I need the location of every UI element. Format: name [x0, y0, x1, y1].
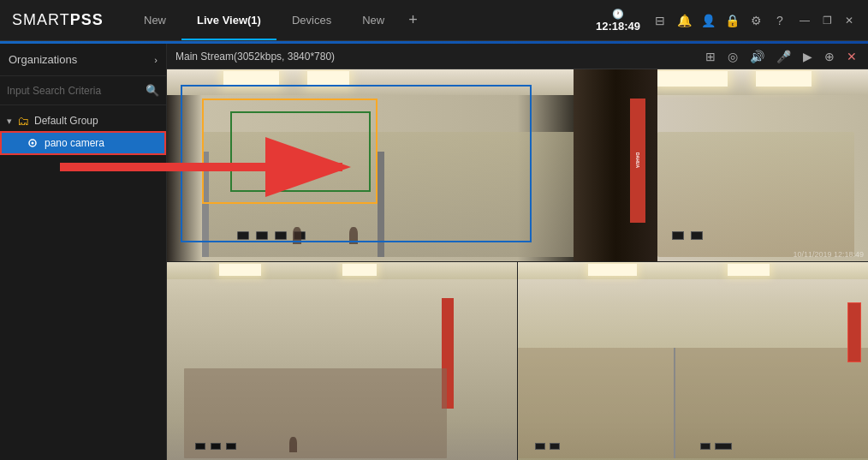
pano-scene: DAHUA 10/11/2019 12:18:49	[167, 69, 868, 261]
organizations-label: Organizations	[9, 53, 77, 66]
bottom-camera-left	[167, 262, 518, 460]
clock-time: 12:18:49	[596, 20, 640, 33]
gear-icon[interactable]: ⚙	[746, 11, 765, 30]
divider-1	[202, 152, 209, 257]
monitor-6	[691, 231, 703, 240]
br-monitors-right	[700, 443, 732, 450]
nav-item-new2[interactable]: New	[347, 0, 400, 40]
search-input[interactable]	[7, 85, 140, 97]
group-expand-icon: ▾	[7, 116, 12, 127]
br-monitor-4	[715, 443, 732, 450]
nav-item-liveview[interactable]: Live View(1)	[181, 0, 276, 40]
stream-controls: ⊞ ◎ 🔊 🎤 ▶ ⊕ ✕	[703, 48, 859, 65]
monitor-icon[interactable]: ⊟	[651, 11, 669, 30]
logo-text-bold: PSS	[70, 11, 104, 29]
bottom-camera-grid	[167, 262, 868, 460]
bl-monitor-2	[211, 443, 221, 450]
add-stream-button[interactable]: ⊕	[822, 48, 837, 65]
clock-icon-row: 🕐	[612, 9, 624, 20]
nav-item-new1[interactable]: New	[128, 0, 181, 40]
ceiling-light-4	[756, 71, 812, 87]
split-view-button[interactable]: ⊞	[703, 48, 718, 65]
nav-item-devices[interactable]: Devices	[276, 0, 347, 40]
br-cubicle-right	[675, 348, 868, 458]
stream-header: Main Stream(3052kbps, 3840*780) ⊞ ◎ 🔊 🎤 …	[167, 44, 868, 69]
navigation-menu: New Live View(1) Devices New +	[128, 0, 596, 40]
lock-icon[interactable]: 🔒	[722, 11, 741, 30]
fisheye-button[interactable]: ◎	[725, 48, 740, 65]
organizations-header[interactable]: Organizations ›	[0, 44, 166, 76]
br-monitor-2	[550, 443, 560, 450]
folder-icon: 🗂	[17, 114, 29, 128]
close-stream-button[interactable]: ✕	[844, 48, 859, 65]
tree-area: ▾ 🗂 Default Group pano camera	[0, 105, 166, 160]
ceiling-light-1	[223, 71, 280, 87]
br-monitor-1	[535, 443, 545, 450]
tree-item-pano-camera[interactable]: pano camera	[0, 131, 166, 155]
dark-section	[574, 69, 657, 261]
app-logo: SMART PSS	[0, 11, 128, 29]
logo-text-light: SMART	[12, 11, 70, 29]
nav-add-button[interactable]: +	[400, 11, 426, 29]
br-monitors-left	[535, 443, 560, 450]
clock-area: 🕐 12:18:49	[596, 9, 640, 33]
br-light-2	[728, 264, 770, 276]
person-silhouette-1	[293, 227, 301, 244]
bottom-scene-left	[167, 262, 517, 460]
br-ceiling	[518, 262, 868, 279]
bl-light-2	[342, 264, 378, 276]
search-bar: 🔍	[0, 76, 166, 105]
desk-monitors-right	[672, 231, 703, 240]
monitor-1	[237, 231, 249, 240]
bottom-camera-right	[518, 262, 868, 460]
bl-monitors	[195, 443, 236, 450]
person-silhouette-2	[349, 227, 358, 244]
monitor-5	[672, 231, 684, 240]
bl-person	[289, 437, 297, 452]
camera-label: pano camera	[45, 137, 104, 149]
br-sign	[847, 302, 861, 362]
ceiling-light-3	[657, 71, 728, 87]
group-label: Default Group	[34, 115, 98, 127]
ceiling-light-2	[307, 71, 349, 87]
bottom-scene-right	[518, 262, 868, 460]
pano-timestamp: 10/11/2019 12:18:49	[793, 250, 864, 259]
divider-2	[378, 152, 384, 257]
window-controls: — ❐ ✕	[794, 12, 859, 29]
mic-button[interactable]: 🎤	[774, 48, 794, 65]
camera-icon	[26, 136, 39, 150]
bl-monitor-1	[195, 443, 205, 450]
play-button[interactable]: ▶	[800, 48, 815, 65]
br-light-1	[588, 264, 637, 276]
close-button[interactable]: ✕	[839, 12, 859, 29]
content-area: Main Stream(3052kbps, 3840*780) ⊞ ◎ 🔊 🎤 …	[167, 44, 868, 460]
banner-text: DAHUA	[635, 152, 640, 168]
volume-button[interactable]: 🔊	[747, 48, 767, 65]
titlebar-right: 🕐 12:18:49 ⊟ 🔔 👤 🔒 ⚙ ? — ❐ ✕	[596, 9, 868, 33]
stream-info-text: Main Stream(3052kbps, 3840*780)	[175, 51, 335, 63]
bl-light-1	[219, 264, 261, 276]
organizations-chevron: ›	[154, 55, 158, 65]
monitor-2	[256, 231, 268, 240]
sidebar: Organizations › 🔍 ▾ 🗂 Default Group pa	[0, 44, 167, 460]
clock-icon: 🕐	[612, 9, 624, 20]
red-banner: DAHUA	[630, 99, 645, 224]
help-icon[interactable]: ?	[770, 11, 789, 30]
main-layout: Organizations › 🔍 ▾ 🗂 Default Group pa	[0, 44, 868, 460]
bell-icon[interactable]: 🔔	[675, 11, 693, 30]
pano-camera-view: DAHUA 10/11/2019 12:18:49	[167, 69, 868, 262]
br-cubicle-left	[518, 348, 675, 458]
monitor-3	[275, 231, 287, 240]
search-icon[interactable]: 🔍	[146, 84, 159, 97]
titlebar: SMART PSS New Live View(1) Devices New +…	[0, 0, 868, 41]
bl-monitor-3	[226, 443, 236, 450]
svg-point-1	[32, 142, 34, 145]
user-icon[interactable]: 👤	[699, 11, 717, 30]
video-grid: DAHUA 10/11/2019 12:18:49	[167, 69, 868, 460]
minimize-button[interactable]: —	[794, 12, 815, 29]
maximize-button[interactable]: ❐	[817, 12, 837, 29]
tree-group-default[interactable]: ▾ 🗂 Default Group	[0, 111, 166, 131]
br-monitor-3	[700, 443, 710, 450]
